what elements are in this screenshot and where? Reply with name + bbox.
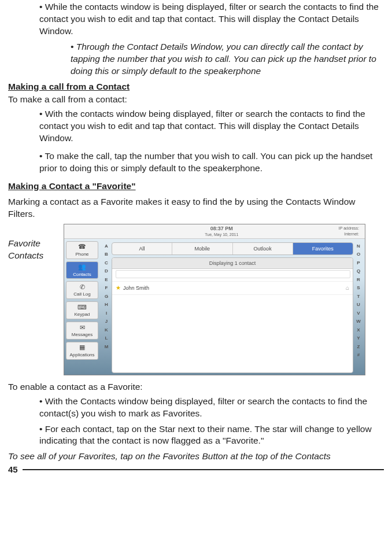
- alpha-letter[interactable]: R: [354, 276, 363, 285]
- screenshot-favorites: 08:37 PM Tue, May 10, 2011 IP address: I…: [64, 224, 365, 375]
- sidebar-item-phone[interactable]: ☎ Phone: [66, 241, 98, 259]
- sidebar-item-messages[interactable]: ✉ Messages: [66, 322, 98, 340]
- alpha-letter[interactable]: S: [354, 284, 363, 293]
- bullet-item: • While the contacts window is being dis…: [39, 1, 384, 38]
- alpha-letter[interactable]: T: [354, 293, 363, 301]
- alpha-index-right[interactable]: N O P Q R S T U V W X Y Z #: [354, 242, 363, 373]
- alpha-letter[interactable]: C: [102, 259, 110, 268]
- sidebar-item-contacts[interactable]: 👥 Contacts: [66, 261, 98, 279]
- star-icon[interactable]: ★: [116, 284, 121, 292]
- internet-label: Internet:: [339, 231, 359, 237]
- bullet-item: • With the Contacts window being display…: [39, 396, 384, 420]
- contact-name: John Smith: [123, 285, 149, 292]
- alpha-letter[interactable]: Q: [354, 267, 363, 276]
- intro-text: To enable a contact as a Favorite:: [8, 381, 384, 393]
- footer-rule: [23, 469, 384, 470]
- alpha-letter[interactable]: E: [102, 276, 110, 285]
- heading-favorite: Making a Contact a "Favorite": [8, 180, 384, 193]
- figure-label: Favorite Contacts: [8, 224, 59, 262]
- sidebar-item-label: Applications: [69, 352, 94, 359]
- sidebar-item-applications[interactable]: ▦ Applications: [66, 342, 98, 360]
- alpha-letter[interactable]: O: [354, 250, 363, 259]
- alpha-index-left[interactable]: A B C D E F G H I J K L M: [102, 242, 110, 373]
- tab-outlook[interactable]: Outlook: [233, 243, 293, 254]
- sub-bullet-item: • Through the Contact Details Window, yo…: [71, 41, 384, 78]
- contact-list: Displaying 1 contact ★ John Smith ⌂: [112, 257, 353, 373]
- tab-mobile[interactable]: Mobile: [172, 243, 232, 254]
- alpha-letter[interactable]: J: [102, 318, 110, 326]
- alpha-letter[interactable]: V: [354, 309, 363, 318]
- tab-all[interactable]: All: [112, 243, 172, 254]
- list-item[interactable]: ★ John Smith ⌂: [112, 282, 353, 295]
- intro-text: Marking a contact as a Favorite makes it…: [8, 196, 384, 220]
- list-header: Displaying 1 contact: [112, 258, 353, 269]
- alpha-letter[interactable]: X: [354, 326, 363, 335]
- bullet-item: • To make the call, tap the number that …: [39, 150, 384, 175]
- footnote: To see all of your Favorites, tap on the…: [8, 451, 384, 463]
- alpha-letter[interactable]: G: [102, 293, 110, 301]
- alpha-letter[interactable]: H: [102, 301, 110, 309]
- status-bar: 08:37 PM Tue, May 10, 2011 IP address: I…: [64, 224, 365, 239]
- messages-icon: ✉: [77, 323, 87, 331]
- keypad-icon: ⌨: [77, 303, 87, 311]
- alpha-letter[interactable]: F: [102, 284, 110, 293]
- sidebar-item-label: Call Log: [73, 292, 90, 298]
- alpha-letter[interactable]: P: [354, 259, 363, 268]
- alpha-letter[interactable]: Z: [354, 343, 363, 352]
- contacts-icon: 👥: [77, 263, 87, 271]
- phone-icon: ☎: [77, 243, 87, 251]
- alpha-letter[interactable]: N: [354, 242, 363, 251]
- home-icon[interactable]: ⌂: [346, 284, 349, 292]
- alpha-letter[interactable]: #: [354, 351, 363, 360]
- alpha-letter[interactable]: Y: [354, 334, 363, 343]
- sidebar-item-keypad[interactable]: ⌨ Keypad: [66, 301, 98, 319]
- alpha-letter[interactable]: W: [354, 318, 363, 326]
- sidebar-item-calllog[interactable]: ✆ Call Log: [66, 281, 98, 299]
- alpha-letter[interactable]: A: [102, 242, 110, 251]
- alpha-letter[interactable]: L: [102, 334, 110, 343]
- page-number: 45: [8, 464, 18, 475]
- alpha-letter[interactable]: D: [102, 267, 110, 276]
- sidebar-item-label: Contacts: [73, 272, 91, 278]
- sidebar-item-label: Messages: [72, 332, 93, 338]
- alpha-letter[interactable]: B: [102, 250, 110, 259]
- search-row[interactable]: [112, 269, 353, 282]
- bullet-item: • With the contacts window being display…: [39, 108, 384, 145]
- alpha-letter[interactable]: K: [102, 326, 110, 335]
- alpha-letter[interactable]: M: [102, 343, 110, 352]
- alpha-letter[interactable]: I: [102, 309, 110, 318]
- sidebar-item-label: Keypad: [74, 312, 90, 318]
- tab-favorites[interactable]: Favorites: [293, 243, 353, 254]
- status-time: 08:37 PM: [105, 225, 339, 232]
- calllog-icon: ✆: [77, 283, 87, 291]
- heading-making-call: Making a call from a Contact: [8, 81, 384, 93]
- alpha-letter[interactable]: U: [354, 301, 363, 309]
- sidebar: ☎ Phone 👥 Contacts ✆ Call Log ⌨ Keypad: [64, 239, 100, 375]
- intro-text: To make a call from a contact:: [8, 94, 384, 106]
- ip-label: IP address:: [339, 226, 359, 231]
- status-date: Tue, May 10, 2011: [105, 232, 339, 237]
- sidebar-item-label: Phone: [75, 252, 88, 258]
- apps-icon: ▦: [77, 344, 87, 352]
- bullet-item: • For each contact, tap on the Star next…: [39, 423, 384, 448]
- filter-tabs: All Mobile Outlook Favorites: [112, 242, 353, 255]
